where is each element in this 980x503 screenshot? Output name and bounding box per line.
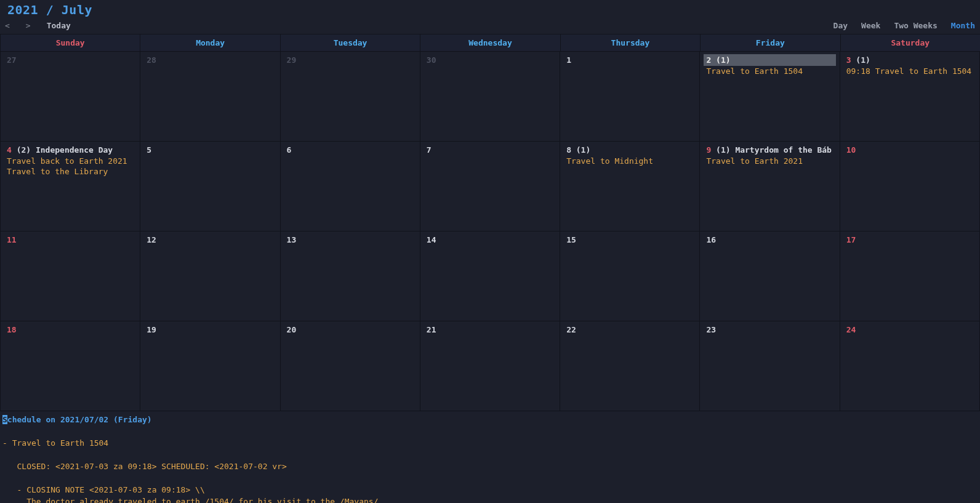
day-header: 23 xyxy=(704,324,835,336)
next-button[interactable]: > xyxy=(26,21,31,30)
day-number: 12 xyxy=(147,235,156,244)
day-cell[interactable]: 20 xyxy=(281,321,420,411)
details-line xyxy=(0,425,980,437)
day-cell[interactable]: 27 xyxy=(1,52,140,142)
day-number: 23 xyxy=(706,325,716,334)
details-title: Schedule on 2021/07/02 (Friday) xyxy=(0,414,980,425)
view-day[interactable]: Day xyxy=(833,21,848,30)
day-cell[interactable]: 12 xyxy=(140,231,280,321)
day-header: 29 xyxy=(284,54,416,66)
day-cell[interactable]: 24 xyxy=(840,321,980,411)
day-number: 3 xyxy=(846,55,851,65)
title-year: 2021 xyxy=(7,2,38,17)
day-header: 16 xyxy=(704,234,835,246)
day-cell[interactable]: 6 xyxy=(281,142,420,231)
day-header: 22 xyxy=(564,324,696,336)
view-week[interactable]: Week xyxy=(861,21,880,30)
day-cell[interactable]: 19 xyxy=(140,321,280,411)
calendar-header: 2021 / July xyxy=(0,0,980,18)
day-number: 8 xyxy=(566,145,571,155)
holiday-label: Martyrdom of the Báb xyxy=(731,145,832,155)
day-header: 24 xyxy=(844,324,976,336)
dow-saturday: Saturday xyxy=(840,34,980,51)
day-cell[interactable]: 1 xyxy=(560,52,700,142)
event-count: (2) xyxy=(12,145,31,155)
nav-row: < > Today DayWeekTwo WeeksMonth xyxy=(0,18,980,34)
day-cell[interactable]: 16 xyxy=(700,231,840,321)
day-number: 4 xyxy=(7,145,12,155)
prev-button[interactable]: < xyxy=(5,21,10,30)
day-cell[interactable]: 9 (1) Martyrdom of the BábTravel to Eart… xyxy=(700,142,840,231)
holiday-label: Independence Day xyxy=(31,145,113,155)
day-header: 27 xyxy=(4,54,136,66)
day-cell[interactable]: 10 xyxy=(840,142,980,231)
day-number: 22 xyxy=(566,325,576,334)
day-number: 21 xyxy=(427,325,436,334)
view-month[interactable]: Month xyxy=(951,21,975,30)
day-number: 10 xyxy=(846,145,856,155)
day-header: 19 xyxy=(144,324,276,336)
details-line xyxy=(0,472,980,484)
details-line: CLOSED: <2021-07-03 za 09:18> SCHEDULED:… xyxy=(0,461,980,472)
event-item[interactable]: Travel to Midnight xyxy=(564,156,696,166)
day-cell[interactable]: 14 xyxy=(420,231,560,321)
day-cell[interactable]: 18 xyxy=(1,321,140,411)
day-header: 5 xyxy=(144,144,276,156)
day-number: 14 xyxy=(427,235,436,244)
details-line: - Travel to Earth 1504 xyxy=(0,437,980,449)
day-cell[interactable]: 5 xyxy=(140,142,280,231)
day-number: 6 xyxy=(287,145,292,155)
calendar-grid: 2728293012 (1)Travel to Earth 15043 (1)0… xyxy=(0,52,980,411)
day-cell[interactable]: 13 xyxy=(281,231,420,321)
event-count: (1) xyxy=(851,55,870,65)
day-header: 7 xyxy=(424,144,556,156)
day-cell[interactable]: 15 xyxy=(560,231,700,321)
dow-monday: Monday xyxy=(140,34,279,51)
day-number: 15 xyxy=(566,235,576,244)
day-cell[interactable]: 3 (1)09:18 Travel to Earth 1504 xyxy=(840,52,980,142)
day-cell[interactable]: 30 xyxy=(420,52,560,142)
dow-thursday: Thursday xyxy=(560,34,700,51)
day-cell[interactable]: 22 xyxy=(560,321,700,411)
day-header: 11 xyxy=(4,234,136,246)
event-count: (1) xyxy=(711,55,730,65)
details-line: - CLOSING NOTE <2021-07-03 za 09:18> \\ xyxy=(0,484,980,496)
today-button[interactable]: Today xyxy=(47,21,71,30)
view-two-weeks[interactable]: Two Weeks xyxy=(894,21,937,30)
day-header: 3 (1) xyxy=(844,54,976,66)
details-title-text: chedule on 2021/07/02 (Friday) xyxy=(7,415,152,424)
day-cell[interactable]: 7 xyxy=(420,142,560,231)
day-cell[interactable]: 23 xyxy=(700,321,840,411)
day-cell[interactable]: 21 xyxy=(420,321,560,411)
event-item[interactable]: 09:18 Travel to Earth 1504 xyxy=(844,66,976,76)
event-item[interactable]: Travel to Earth 1504 xyxy=(704,66,835,76)
dow-sunday: Sunday xyxy=(0,34,140,51)
day-cell[interactable]: 29 xyxy=(281,52,420,142)
details-panel: Schedule on 2021/07/02 (Friday) - Travel… xyxy=(0,411,980,503)
event-item[interactable]: Travel to the Library xyxy=(4,166,136,177)
day-header: 18 xyxy=(4,324,136,336)
day-number: 20 xyxy=(287,325,297,334)
day-cell[interactable]: 17 xyxy=(840,231,980,321)
day-cell[interactable]: 4 (2) Independence DayTravel back to Ear… xyxy=(1,142,140,231)
day-number: 16 xyxy=(706,235,716,244)
day-header: 20 xyxy=(284,324,416,336)
day-cell[interactable]: 11 xyxy=(1,231,140,321)
day-header: 14 xyxy=(424,234,556,246)
day-header: 4 (2) Independence Day xyxy=(4,144,136,156)
day-cell[interactable]: 28 xyxy=(140,52,280,142)
day-number: 29 xyxy=(287,55,297,65)
title-month: July xyxy=(62,2,92,17)
event-item[interactable]: Travel to Earth 2021 xyxy=(704,156,835,166)
day-header: 17 xyxy=(844,234,976,246)
day-number: 19 xyxy=(147,325,156,334)
day-header: 12 xyxy=(144,234,276,246)
day-header: 21 xyxy=(424,324,556,336)
day-header: 30 xyxy=(424,54,556,66)
day-number: 28 xyxy=(147,55,156,65)
dow-friday: Friday xyxy=(700,34,840,51)
day-cell[interactable]: 2 (1)Travel to Earth 1504 xyxy=(700,52,840,142)
dow-wednesday: Wednesday xyxy=(420,34,560,51)
event-item[interactable]: Travel back to Earth 2021 xyxy=(4,156,136,166)
day-cell[interactable]: 8 (1)Travel to Midnight xyxy=(560,142,700,231)
